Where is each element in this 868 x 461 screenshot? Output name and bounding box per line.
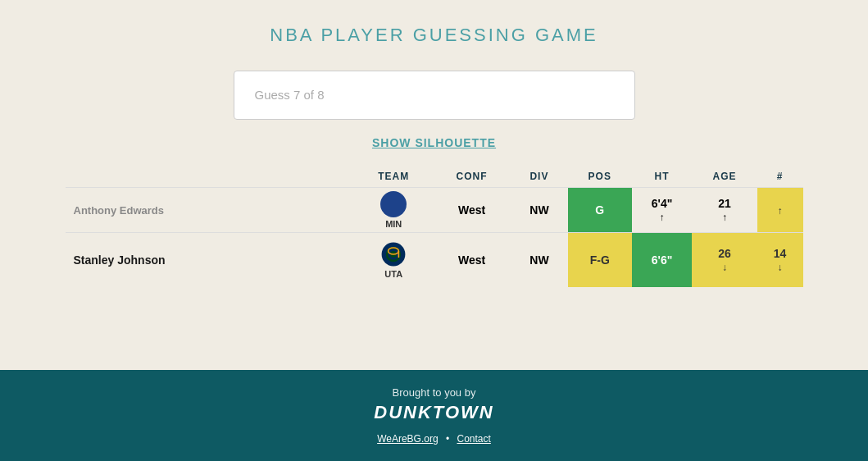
col-header-ht: HT [632,166,692,188]
team-abbr: MIN [385,219,402,229]
age-cell: 26 ↓ [692,233,757,288]
ht-arrow: ↑ [660,212,665,223]
guess-input-container: Guess 7 of 8 [234,71,635,120]
col-header-number: # [757,166,803,188]
col-header-conf: CONF [433,166,511,188]
ht-cell: 6'4" ↑ [632,188,692,233]
table-header-row: TEAM CONF DIV POS HT AGE # [66,166,803,188]
col-header-team: TEAM [355,166,433,188]
conf-cell: West [433,188,511,233]
number-cell: ↑ [757,188,803,233]
footer-links: WeAreBG.org • Contact [16,433,852,445]
age-cell: 21 ↑ [692,188,757,233]
show-silhouette-button[interactable]: SHOW SILHOUETTE [372,136,496,149]
col-header-pos: POS [568,166,632,188]
team-cell: UTA [355,233,433,288]
footer: Brought to you by DUNKTOWN WeAreBG.org •… [0,370,868,461]
footer-separator: • [446,433,449,445]
footer-link-wearebg[interactable]: WeAreBG.org [377,433,438,445]
table-row: Stanley Johnson [66,233,803,288]
footer-brought-label: Brought to you by [16,386,852,399]
uta-team-logo [380,241,407,267]
pos-cell: F-G [568,233,632,288]
team-abbr: UTA [384,269,402,279]
col-header-name [66,166,355,188]
number-arrow: ↑ [778,205,783,217]
player-name: Stanley Johnson [66,233,355,288]
min-team-logo [380,191,407,217]
player-name: Anthony Edwards [66,188,355,233]
team-cell: MIN [355,188,433,233]
footer-brand: DUNKTOWN [16,402,852,423]
guesses-table-wrapper: TEAM CONF DIV POS HT AGE # Anthony Edwar… [66,166,803,287]
col-header-div: DIV [511,166,567,188]
number-arrow: ↓ [778,262,783,273]
guess-input-placeholder: Guess 7 of 8 [255,88,325,102]
table-row: Anthony Edwards MIN West [66,188,803,233]
age-arrow: ↑ [722,212,727,223]
number-cell: 14 ↓ [757,233,803,288]
age-arrow: ↓ [722,262,727,273]
guesses-table: TEAM CONF DIV POS HT AGE # Anthony Edwar… [66,166,803,287]
pos-cell: G [568,188,632,233]
main-content: NBA PLAYER GUESSING GAME Guess 7 of 8 SH… [0,0,868,370]
col-header-age: AGE [692,166,757,188]
page-title: NBA PLAYER GUESSING GAME [270,25,598,46]
div-cell: NW [511,188,567,233]
conf-cell: West [433,233,511,288]
ht-cell: 6'6" [632,233,692,288]
div-cell: NW [511,233,567,288]
footer-link-contact[interactable]: Contact [457,433,491,445]
